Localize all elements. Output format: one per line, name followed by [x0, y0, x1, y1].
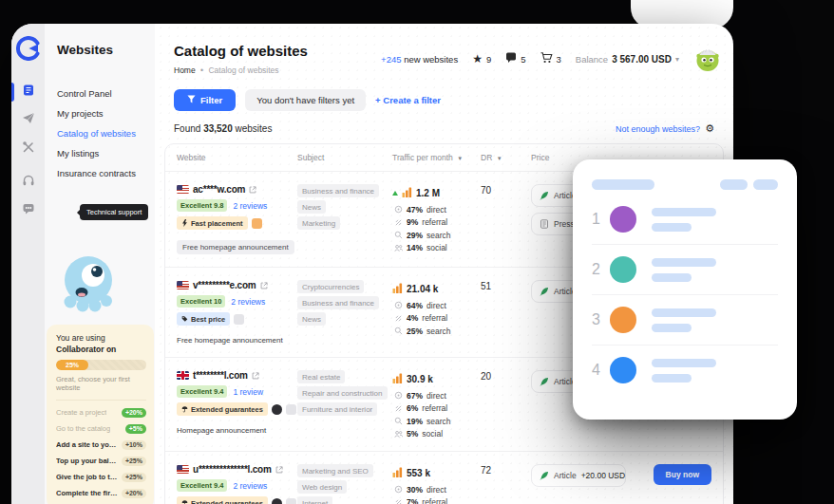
traffic-source-label: direct	[426, 485, 446, 495]
no-filters-pill[interactable]: You don't have filters yet	[245, 89, 366, 111]
traffic-source-label: referral	[422, 497, 447, 504]
traffic-breakdown: 67% direct	[392, 391, 481, 439]
cart-icon	[540, 52, 553, 65]
traffic-source-icon	[394, 205, 403, 214]
overlay-step-list: 1 2 3	[573, 195, 797, 395]
breadcrumb-home[interactable]: Home	[174, 65, 196, 75]
rating-badge: Excellent 10	[177, 295, 225, 308]
tools-icon	[22, 140, 35, 158]
task-item[interactable]: Top up your balance in ... +25%	[56, 453, 146, 469]
reviews-link[interactable]: 2 reviews	[231, 297, 265, 307]
external-link-icon[interactable]	[260, 282, 268, 289]
task-item[interactable]: Add a site to your cart +10%	[56, 437, 146, 453]
sidebar-menu-item[interactable]: My listings	[45, 143, 155, 163]
new-websites-counter[interactable]: +245 new websites	[381, 54, 458, 65]
step-number: 4	[592, 362, 610, 379]
reviews-link[interactable]: 1 review	[233, 387, 263, 397]
sidebar-menu-item[interactable]: Catalog of websites	[45, 123, 155, 143]
subject-tag: Internet	[297, 496, 332, 504]
feature-badge: Extended guarantees	[177, 496, 268, 504]
website-domain[interactable]: t********l.com	[193, 370, 248, 381]
traffic-value: 553 k	[407, 468, 430, 478]
website-domain[interactable]: ac****w.com	[193, 184, 245, 195]
subject-tag: Marketing	[297, 216, 340, 230]
balance-dropdown[interactable]: Balance 3 567.00 USD ▾	[576, 54, 679, 65]
service-card[interactable]: Article +20.00 USD	[531, 464, 626, 487]
feature-badge: Best price	[177, 312, 230, 326]
subject-tag: Furniture and interior	[297, 402, 377, 416]
gear-icon[interactable]: ⚙	[705, 123, 714, 134]
rail-item-projects[interactable]	[11, 106, 45, 135]
traffic-breakdown-row: 67% direct	[394, 391, 481, 401]
badge-icon	[252, 218, 262, 229]
sidebar-menu-item[interactable]: My projects	[45, 103, 155, 123]
messages-count: 5	[521, 54, 525, 65]
task-item[interactable]: Give the job to the site +25%	[56, 469, 146, 485]
traffic-pct: 30%	[407, 485, 423, 495]
external-link-icon[interactable]	[275, 466, 283, 474]
service-price: +20.00 USD	[581, 471, 626, 480]
rating-badge: Excellent 9.4	[177, 479, 227, 492]
buy-now-button[interactable]: Buy now	[654, 464, 711, 485]
subject-tag: Business and finance	[297, 184, 379, 197]
skeleton-bar	[592, 179, 654, 190]
messages-counter[interactable]: 5	[505, 52, 525, 65]
task-item[interactable]: Complete the first deal +20%	[56, 485, 146, 501]
chat-icon	[22, 202, 35, 219]
column-dr[interactable]: DR ▼	[481, 153, 531, 162]
traffic-pct: 5%	[407, 429, 418, 439]
task-item[interactable]: Go to the catalog +5%	[56, 420, 146, 437]
star-icon: ★	[472, 53, 483, 65]
rating-badge: Excellent 9.4	[177, 385, 227, 398]
badge-icon	[272, 404, 282, 415]
task-bonus-badge: +10%	[122, 440, 146, 450]
task-item[interactable]: Create a project +20%	[56, 404, 146, 420]
feature-icon	[181, 219, 188, 227]
rail-item-support[interactable]	[11, 168, 45, 196]
sidebar-menu-item[interactable]: Insurance contracts	[45, 163, 155, 183]
website-domain[interactable]: u**************l.com	[193, 464, 272, 475]
task-bonus-badge: +5%	[125, 424, 146, 434]
rail-item-tools[interactable]	[11, 135, 45, 163]
website-cell: t********l.com Excellent 9.4 1 review	[177, 370, 297, 439]
external-link-icon[interactable]	[249, 186, 256, 194]
step-number: 1	[592, 211, 610, 228]
traffic-breakdown-row: 25% search	[394, 327, 481, 336]
subject-cell: Marketing and SEOWeb designInternet	[297, 464, 392, 504]
website-cell: u**************l.com Excellent 9.4 2 rev…	[177, 464, 297, 504]
icon-rail	[11, 24, 45, 504]
step-skeleton-bars	[652, 359, 716, 383]
reviews-link[interactable]: 2 reviews	[233, 201, 267, 211]
filter-button[interactable]: Filter	[174, 89, 236, 111]
traffic-breakdown: 64% direct	[392, 301, 481, 336]
favorites-counter[interactable]: ★ 9	[472, 53, 491, 65]
step-circle	[610, 256, 636, 283]
task-bonus-badge: +20%	[122, 489, 146, 498]
subject-tag: Business and finance	[297, 296, 379, 309]
feature-label: Extended guarantees	[191, 499, 263, 504]
avatar[interactable]	[693, 45, 722, 73]
traffic-source-label: search	[426, 231, 451, 240]
filter-toolbar: Filter You don't have filters yet + Crea…	[174, 89, 724, 111]
favorites-count: 9	[486, 54, 491, 65]
external-link-icon[interactable]	[252, 372, 259, 380]
service-label: Article	[554, 471, 577, 480]
reviews-link[interactable]: 2 reviews	[233, 481, 267, 491]
rail-item-chat[interactable]	[11, 196, 45, 225]
subject-cell: Business and financeNewsMarketing	[297, 184, 392, 254]
subject-cell: Real estateRepair and constructionFurnit…	[297, 370, 392, 439]
sidebar-menu-item[interactable]: Control Panel	[45, 84, 155, 103]
usage-progress-bar: 25%	[56, 360, 146, 370]
funnel-icon	[187, 95, 196, 105]
feature-badge: Fast placement	[177, 216, 248, 230]
breadcrumb-current: Catalog of websites	[208, 65, 278, 75]
usage-card: You are using Collaborator on 25% Great,…	[47, 325, 154, 504]
create-filter-link[interactable]: + Create a filter	[375, 95, 441, 105]
not-enough-websites-link[interactable]: Not enough websites? ⚙	[616, 123, 714, 134]
cart-counter[interactable]: 3	[540, 52, 561, 65]
website-domain[interactable]: v*********e.com	[193, 280, 256, 290]
rail-item-control-panel[interactable]	[11, 78, 45, 106]
traffic-pct: 25%	[407, 327, 423, 336]
sort-icon: ▼	[497, 156, 502, 161]
column-traffic[interactable]: Traffic per month ▼	[392, 153, 481, 162]
